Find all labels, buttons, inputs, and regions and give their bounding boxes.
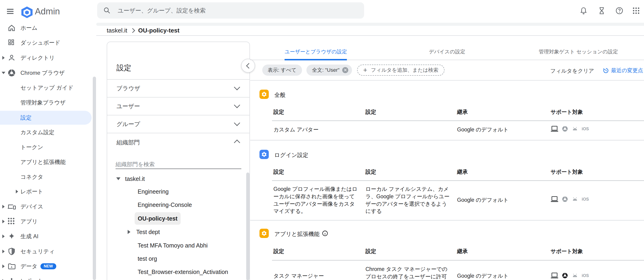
breadcrumb-current: OU-policy-test (138, 27, 180, 34)
tree-item[interactable]: Engineering (138, 185, 168, 198)
admin-logo[interactable] (22, 6, 32, 18)
sidebar-item-reports[interactable]: レポート (0, 274, 96, 280)
sidebar-item-label: 生成 AI (20, 233, 38, 240)
sidebar-item-label: データ (20, 263, 38, 270)
remove-filter-icon[interactable]: ✕ (342, 67, 348, 73)
sparkle-icon (8, 232, 16, 241)
chrome-icon (562, 126, 568, 132)
sidebar-item-label: レポート (20, 188, 43, 195)
sidebar-item-security[interactable]: セキュリティ (0, 244, 96, 259)
bell-icon[interactable] (579, 6, 588, 15)
setting-row-name[interactable]: カスタム アバター (274, 126, 318, 134)
setting-row-inherit: Google のデフォルト (457, 126, 509, 134)
history-icon (602, 67, 609, 74)
accordion-browser[interactable]: ブラウザ (107, 79, 250, 97)
breadcrumb-root[interactable]: taskel.it (107, 27, 127, 34)
setting-row-name[interactable]: Google プロフィール画像またはロ ーカルに保存された画像を使って ユーザー… (274, 185, 357, 215)
cell-line: ユーザーのアバター画像をカスタ (274, 200, 357, 208)
info-icon[interactable] (322, 230, 328, 237)
sidebar-item-reports-sub[interactable]: レポート (0, 184, 96, 199)
laptop-icon (550, 125, 558, 132)
sidebar-item-setup-guide[interactable]: セットアップ ガイド (0, 80, 96, 95)
table-header-divider (272, 121, 644, 121)
sidebar-item-label: ダッシュボード (20, 39, 60, 46)
add-filter-chip[interactable]: + フィルタを追加、または検索 (357, 65, 444, 76)
expand-icon (16, 190, 18, 193)
tab-device-settings[interactable]: デバイスの設定 (382, 42, 513, 60)
breadcrumb: taskel.it OU-policy-test (107, 26, 180, 35)
tree-item-selected[interactable]: OU-policy-test (134, 212, 181, 225)
tree-item-expandable[interactable]: Test dept (107, 225, 160, 238)
sidebar-item-label: レポート (20, 277, 43, 280)
setting-row-name[interactable]: タスク マネージャー (274, 272, 324, 280)
section-apps-icon (260, 229, 269, 238)
sidebar-scrollbar[interactable] (93, 77, 96, 280)
tab-bar: ユーザーとブラウザの設定 デバイスの設定 管理対象ゲスト セッションの設定 (250, 42, 644, 60)
section-general-title: 全般 (274, 91, 286, 99)
sidebar-item-apps-extensions[interactable]: アプリと拡張機能 (0, 155, 96, 169)
tab-managed-guest-settings[interactable]: 管理対象ゲスト セッションの設定 (513, 42, 644, 60)
tree-item[interactable]: Engineering-Console (138, 198, 192, 211)
column-header: サポート対象 (550, 108, 583, 116)
shield-icon (8, 247, 16, 256)
chip-label: 全文: "User" (312, 67, 340, 74)
sidebar-item-custom-settings[interactable]: カスタム設定 (0, 125, 96, 140)
section-signin-icon (260, 150, 269, 159)
sidebar-item-connectors[interactable]: コネクタ (0, 169, 96, 184)
tab-user-browser-settings[interactable]: ユーザーとブラウザの設定 (250, 42, 382, 60)
sidebar-item-home[interactable]: ホーム (0, 20, 96, 35)
collapse-panel-button[interactable] (241, 59, 255, 73)
sidebar-item-label: トークン (20, 143, 43, 151)
sidebar-item-chrome-browser[interactable]: Chrome ブラウザ (0, 65, 96, 80)
folder-star-icon (8, 262, 16, 271)
tab-label: 管理対象ゲスト セッションの設定 (539, 42, 618, 59)
expand-icon (2, 265, 5, 268)
sidebar-item-dashboard[interactable]: ダッシュボード (0, 35, 96, 50)
tree-scrollbar[interactable] (246, 172, 250, 280)
org-search-input[interactable]: 組織部門を検索 (116, 159, 241, 169)
column-header: サポート対象 (550, 168, 583, 175)
cell-line: にする (366, 208, 450, 215)
sidebar-item-label: 設定 (20, 114, 32, 122)
sidebar-item-label: ディレクトリ (20, 54, 55, 62)
tree-item[interactable]: test org (138, 252, 157, 265)
accordion-label: ユーザー (116, 102, 140, 110)
add-filter-label: フィルタを追加、または検索 (371, 67, 438, 74)
section-divider (250, 220, 644, 221)
search-input[interactable]: ユーザー、グループ、設定を検索 (97, 2, 364, 18)
apps-grid-icon[interactable] (632, 7, 640, 14)
tree-item-root[interactable]: taskel.it (107, 172, 247, 185)
filter-chip-view[interactable]: 表示: すべて (262, 65, 302, 76)
sidebar-item-label: デバイス (20, 203, 43, 210)
sidebar-item-data[interactable]: データ NEW (0, 259, 96, 274)
accordion-org-units[interactable]: 組織部門 (107, 133, 250, 152)
help-icon[interactable] (615, 6, 624, 15)
expand-icon (128, 230, 130, 234)
sidebar-item-settings[interactable]: 設定 (0, 110, 96, 125)
accordion-groups[interactable]: グループ (107, 115, 250, 133)
ios-label: iOS (582, 273, 589, 278)
hourglass-icon[interactable] (598, 6, 606, 15)
tree-item[interactable]: Test_Browser-extension_Activation (138, 266, 228, 279)
filter-chip-fulltext[interactable]: 全文: "User" ✕ (306, 65, 352, 76)
accordion-users[interactable]: ユーザー (107, 97, 250, 115)
cell-line: ーカルに保存された画像を使って (274, 193, 357, 200)
recent-changes-link[interactable]: 最近の変更点 (602, 67, 644, 74)
sidebar-item-apps[interactable]: アプリ (0, 214, 96, 229)
chart-icon (8, 277, 16, 280)
sidebar-item-directory[interactable]: ディレクトリ (0, 50, 96, 65)
sidebar-item-managed-browsers[interactable]: 管理対象ブラウザ (0, 95, 96, 110)
expand-icon (2, 235, 5, 238)
column-header: 継承 (457, 108, 468, 116)
sidebar-item-gen-ai[interactable]: 生成 AI (0, 229, 96, 244)
sidebar-item-devices[interactable]: デバイス (0, 199, 96, 214)
tree-item-label: OU-policy-test (138, 215, 178, 222)
column-header: 継承 (457, 168, 468, 175)
tree-item-label: taskel.it (125, 175, 145, 182)
menu-icon[interactable] (7, 9, 14, 13)
collapse-icon (2, 72, 5, 74)
clear-filters-button[interactable]: フィルタをクリア (550, 67, 594, 75)
tree-item[interactable]: Test MFA Tomoyo and Abhi (138, 239, 208, 252)
sidebar-item-label: セットアップ ガイド (20, 84, 74, 92)
sidebar-item-tokens[interactable]: トークン (0, 140, 96, 155)
